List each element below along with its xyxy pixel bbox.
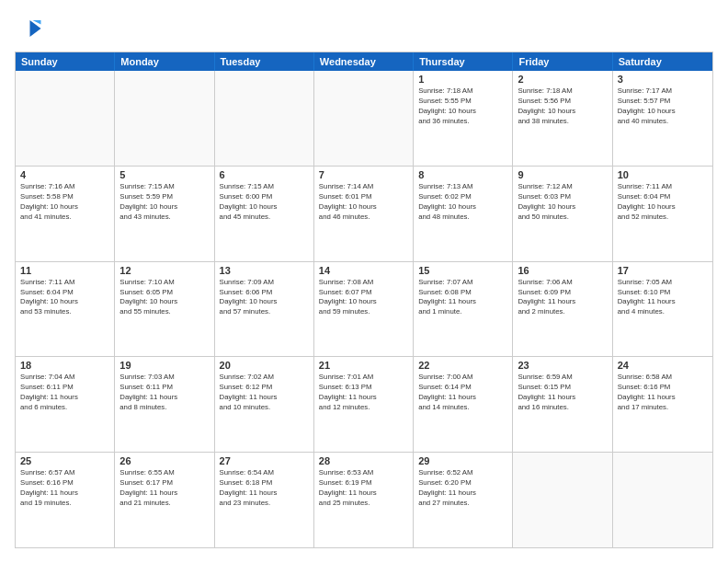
day-info: Sunrise: 6:55 AM Sunset: 6:17 PM Dayligh… <box>119 468 209 509</box>
calendar-cell: 17Sunrise: 7:05 AM Sunset: 6:10 PM Dayli… <box>613 262 712 357</box>
calendar-cell: 27Sunrise: 6:54 AM Sunset: 6:18 PM Dayli… <box>215 453 314 547</box>
day-number: 6 <box>220 169 309 180</box>
day-info: Sunrise: 7:11 AM Sunset: 6:04 PM Dayligh… <box>20 278 109 318</box>
calendar-cell: 10Sunrise: 7:11 AM Sunset: 6:04 PM Dayli… <box>613 167 712 261</box>
calendar-cell: 9Sunrise: 7:12 AM Sunset: 6:03 PM Daylig… <box>513 167 612 261</box>
calendar-cell: 24Sunrise: 6:58 AM Sunset: 6:16 PM Dayli… <box>613 357 712 452</box>
day-info: Sunrise: 6:58 AM Sunset: 6:16 PM Dayligh… <box>618 373 708 413</box>
day-number: 28 <box>319 455 408 466</box>
day-info: Sunrise: 6:54 AM Sunset: 6:18 PM Dayligh… <box>220 468 309 509</box>
calendar-cell: 21Sunrise: 7:01 AM Sunset: 6:13 PM Dayli… <box>314 357 414 452</box>
calendar: SundayMondayTuesdayWednesdayThursdayFrid… <box>15 52 713 548</box>
day-info: Sunrise: 6:53 AM Sunset: 6:19 PM Dayligh… <box>319 468 408 509</box>
calendar-cell <box>16 71 115 166</box>
day-number: 25 <box>20 455 109 466</box>
day-info: Sunrise: 7:18 AM Sunset: 5:56 PM Dayligh… <box>518 86 607 127</box>
day-info: Sunrise: 7:16 AM Sunset: 5:58 PM Dayligh… <box>20 182 109 223</box>
day-info: Sunrise: 7:09 AM Sunset: 6:06 PM Dayligh… <box>220 278 309 318</box>
calendar-header: SundayMondayTuesdayWednesdayThursdayFrid… <box>16 52 712 71</box>
calendar-cell: 8Sunrise: 7:13 AM Sunset: 6:02 PM Daylig… <box>414 167 513 261</box>
calendar-cell <box>314 71 414 166</box>
day-info: Sunrise: 7:12 AM Sunset: 6:03 PM Dayligh… <box>518 182 607 223</box>
day-number: 18 <box>20 360 109 371</box>
header-day: Tuesday <box>215 52 314 71</box>
calendar-cell: 5Sunrise: 7:15 AM Sunset: 5:59 PM Daylig… <box>115 167 214 261</box>
calendar-cell: 12Sunrise: 7:10 AM Sunset: 6:05 PM Dayli… <box>115 262 214 357</box>
calendar-cell: 6Sunrise: 7:15 AM Sunset: 6:00 PM Daylig… <box>215 167 314 261</box>
day-info: Sunrise: 6:57 AM Sunset: 6:16 PM Dayligh… <box>20 468 109 509</box>
calendar-cell: 15Sunrise: 7:07 AM Sunset: 6:08 PM Dayli… <box>414 262 513 357</box>
calendar-cell: 1Sunrise: 7:18 AM Sunset: 5:55 PM Daylig… <box>414 71 513 166</box>
calendar-row: 11Sunrise: 7:11 AM Sunset: 6:04 PM Dayli… <box>16 262 712 358</box>
day-info: Sunrise: 7:18 AM Sunset: 5:55 PM Dayligh… <box>418 86 507 127</box>
calendar-cell: 3Sunrise: 7:17 AM Sunset: 5:57 PM Daylig… <box>613 71 712 166</box>
day-number: 19 <box>119 360 209 371</box>
day-number: 27 <box>220 455 309 466</box>
calendar-cell: 29Sunrise: 6:52 AM Sunset: 6:20 PM Dayli… <box>414 453 513 547</box>
day-number: 16 <box>518 265 607 276</box>
calendar-row: 25Sunrise: 6:57 AM Sunset: 6:16 PM Dayli… <box>16 453 712 547</box>
day-number: 15 <box>418 265 507 276</box>
calendar-cell: 22Sunrise: 7:00 AM Sunset: 6:14 PM Dayli… <box>414 357 513 452</box>
day-number: 8 <box>418 169 507 180</box>
day-info: Sunrise: 7:06 AM Sunset: 6:09 PM Dayligh… <box>518 278 607 318</box>
calendar-cell <box>513 453 612 547</box>
day-info: Sunrise: 7:08 AM Sunset: 6:07 PM Dayligh… <box>319 278 408 318</box>
day-info: Sunrise: 7:15 AM Sunset: 6:00 PM Dayligh… <box>220 182 309 223</box>
calendar-cell: 26Sunrise: 6:55 AM Sunset: 6:17 PM Dayli… <box>115 453 214 547</box>
day-info: Sunrise: 7:05 AM Sunset: 6:10 PM Dayligh… <box>618 278 708 318</box>
day-number: 4 <box>20 169 109 180</box>
day-info: Sunrise: 7:15 AM Sunset: 5:59 PM Dayligh… <box>119 182 209 223</box>
calendar-cell: 2Sunrise: 7:18 AM Sunset: 5:56 PM Daylig… <box>513 71 612 166</box>
day-info: Sunrise: 7:07 AM Sunset: 6:08 PM Dayligh… <box>418 278 507 318</box>
calendar-cell: 7Sunrise: 7:14 AM Sunset: 6:01 PM Daylig… <box>314 167 414 261</box>
day-info: Sunrise: 7:14 AM Sunset: 6:01 PM Dayligh… <box>319 182 408 223</box>
day-number: 2 <box>518 74 607 85</box>
day-info: Sunrise: 6:52 AM Sunset: 6:20 PM Dayligh… <box>418 468 507 509</box>
calendar-cell: 13Sunrise: 7:09 AM Sunset: 6:06 PM Dayli… <box>215 262 314 357</box>
calendar-cell: 4Sunrise: 7:16 AM Sunset: 5:58 PM Daylig… <box>16 167 115 261</box>
logo-icon <box>15 15 42 42</box>
day-number: 9 <box>518 169 607 180</box>
calendar-cell <box>215 71 314 166</box>
day-info: Sunrise: 7:01 AM Sunset: 6:13 PM Dayligh… <box>319 373 408 413</box>
day-info: Sunrise: 7:00 AM Sunset: 6:14 PM Dayligh… <box>418 373 507 413</box>
calendar-cell: 28Sunrise: 6:53 AM Sunset: 6:19 PM Dayli… <box>314 453 414 547</box>
calendar-cell: 16Sunrise: 7:06 AM Sunset: 6:09 PM Dayli… <box>513 262 612 357</box>
day-number: 22 <box>418 360 507 371</box>
day-number: 20 <box>220 360 309 371</box>
day-info: Sunrise: 7:04 AM Sunset: 6:11 PM Dayligh… <box>20 373 109 413</box>
day-number: 5 <box>119 169 209 180</box>
day-number: 13 <box>220 265 309 276</box>
calendar-body: 1Sunrise: 7:18 AM Sunset: 5:55 PM Daylig… <box>16 71 712 547</box>
calendar-cell: 25Sunrise: 6:57 AM Sunset: 6:16 PM Dayli… <box>16 453 115 547</box>
day-number: 11 <box>20 265 109 276</box>
calendar-cell: 20Sunrise: 7:02 AM Sunset: 6:12 PM Dayli… <box>215 357 314 452</box>
day-number: 7 <box>319 169 408 180</box>
header-day: Monday <box>115 52 214 71</box>
day-number: 23 <box>518 360 607 371</box>
day-number: 12 <box>119 265 209 276</box>
day-number: 29 <box>418 455 507 466</box>
page: SundayMondayTuesdayWednesdayThursdayFrid… <box>0 0 728 563</box>
day-info: Sunrise: 7:03 AM Sunset: 6:11 PM Dayligh… <box>119 373 209 413</box>
day-number: 21 <box>319 360 408 371</box>
logo <box>15 15 46 42</box>
day-info: Sunrise: 7:11 AM Sunset: 6:04 PM Dayligh… <box>618 182 708 223</box>
calendar-cell: 19Sunrise: 7:03 AM Sunset: 6:11 PM Dayli… <box>115 357 214 452</box>
day-number: 1 <box>418 74 507 85</box>
calendar-row: 18Sunrise: 7:04 AM Sunset: 6:11 PM Dayli… <box>16 357 712 453</box>
header-day: Sunday <box>16 52 115 71</box>
calendar-cell: 14Sunrise: 7:08 AM Sunset: 6:07 PM Dayli… <box>314 262 414 357</box>
calendar-row: 4Sunrise: 7:16 AM Sunset: 5:58 PM Daylig… <box>16 167 712 262</box>
header-day: Friday <box>513 52 612 71</box>
day-info: Sunrise: 6:59 AM Sunset: 6:15 PM Dayligh… <box>518 373 607 413</box>
calendar-cell: 18Sunrise: 7:04 AM Sunset: 6:11 PM Dayli… <box>16 357 115 452</box>
day-number: 3 <box>618 74 708 85</box>
day-number: 10 <box>618 169 708 180</box>
header-day: Saturday <box>613 52 712 71</box>
header-day: Thursday <box>414 52 513 71</box>
header-day: Wednesday <box>314 52 414 71</box>
calendar-cell <box>613 453 712 547</box>
day-number: 14 <box>319 265 408 276</box>
